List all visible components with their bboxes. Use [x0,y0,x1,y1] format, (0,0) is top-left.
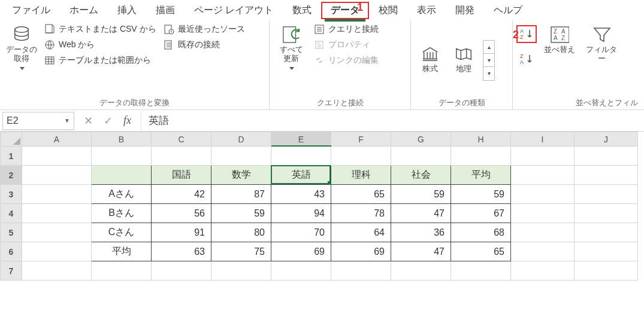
cell-B1[interactable] [92,147,152,166]
cell-C3[interactable]: 42 [152,185,211,204]
tab-review[interactable]: 校閲 [369,2,407,19]
cell-E3[interactable]: 43 [271,185,331,204]
tab-home[interactable]: ホーム [60,2,108,19]
row-header-7[interactable]: 7 [1,261,22,281]
tab-view[interactable]: 表示 [407,2,446,19]
tab-data[interactable]: データ [321,2,369,19]
tab-help[interactable]: ヘルプ [484,2,532,19]
existing-connections-button[interactable]: 既存の接続 [164,39,245,50]
cell-D7[interactable] [211,261,271,281]
cell-G3[interactable]: 59 [391,185,451,204]
col-header-G[interactable]: G [391,132,451,147]
cell-I6[interactable] [511,242,575,261]
cell-I2[interactable] [511,166,575,185]
cell-J2[interactable] [575,166,638,185]
from-web-button[interactable]: Web から [44,39,156,50]
cell-B3[interactable]: Aさん [92,185,152,204]
cell-C4[interactable]: 56 [152,204,211,223]
cell-F2[interactable]: 理科 [331,166,391,185]
cell-G4[interactable]: 47 [391,204,451,223]
cell-D1[interactable] [211,147,271,166]
cell-E6[interactable]: 69 [271,242,331,261]
cell-F4[interactable]: 78 [331,204,391,223]
cell-A1[interactable] [22,147,92,166]
cell-B5[interactable]: Cさん [92,223,152,242]
fx-icon[interactable]: fx [123,114,131,127]
cell-A7[interactable] [22,261,92,281]
cell-E2[interactable]: 英語 [271,166,331,185]
cell-C2[interactable]: 国語 [152,166,211,185]
cell-J1[interactable] [575,147,638,166]
scroll-up-icon[interactable]: ▴ [483,41,494,54]
spreadsheet-grid[interactable]: ABCDEFGHIJ12国語数学英語理科社会平均3Aさん428743655959… [0,132,644,281]
cell-E5[interactable]: 70 [271,223,331,242]
cell-G2[interactable]: 社会 [391,166,451,185]
cell-G6[interactable]: 47 [391,242,451,261]
tab-draw[interactable]: 描画 [146,2,185,19]
col-header-H[interactable]: H [451,132,511,147]
col-header-A[interactable]: A [22,132,92,147]
cell-D2[interactable]: 数学 [211,166,271,185]
cell-H5[interactable]: 68 [451,223,511,242]
col-header-J[interactable]: J [575,132,638,147]
sort-button[interactable]: ZAAZ 並べ替え [542,23,578,57]
cell-F7[interactable] [331,261,391,281]
row-header-2[interactable]: 2 [1,166,22,185]
tab-layout[interactable]: ページ レイアウト [185,2,283,19]
cell-C6[interactable]: 63 [152,242,211,261]
cell-H4[interactable]: 67 [451,204,511,223]
cell-I1[interactable] [511,147,575,166]
cell-B4[interactable]: Bさん [92,204,152,223]
name-box[interactable]: E2 ▼ [2,112,74,130]
col-header-D[interactable]: D [211,132,271,147]
cell-E7[interactable] [271,261,331,281]
cell-A4[interactable] [22,204,92,223]
select-all-corner[interactable] [1,132,22,147]
cell-A5[interactable] [22,223,92,242]
cell-B7[interactable] [92,261,152,281]
cell-C5[interactable]: 91 [152,223,211,242]
cell-I5[interactable] [511,223,575,242]
cell-J5[interactable] [575,223,638,242]
tab-insert[interactable]: 挿入 [108,2,146,19]
col-header-I[interactable]: I [511,132,575,147]
from-table-range-button[interactable]: テーブルまたは範囲から [44,55,156,66]
cell-C1[interactable] [152,147,211,166]
cell-G5[interactable]: 36 [391,223,451,242]
queries-connections-button[interactable]: クエリと接続 [314,24,379,35]
namebox-dropdown-icon[interactable]: ▼ [64,117,70,124]
cell-I7[interactable] [511,261,575,281]
cell-G7[interactable] [391,261,451,281]
sort-asc-button[interactable]: AZ [516,25,537,43]
cell-F6[interactable]: 69 [331,242,391,261]
cell-A6[interactable] [22,242,92,261]
tab-formula[interactable]: 数式 [283,2,321,19]
row-header-5[interactable]: 5 [1,223,22,242]
data-types-scroll[interactable]: ▴ ▾ ▾ [483,40,495,81]
stock-type-button[interactable]: 株式 [415,42,446,76]
cell-J7[interactable] [575,261,638,281]
cell-F5[interactable]: 64 [331,223,391,242]
from-text-csv-button[interactable]: テキストまたは CSV から [44,24,156,35]
row-header-6[interactable]: 6 [1,242,22,261]
cell-D6[interactable]: 75 [211,242,271,261]
cell-F3[interactable]: 65 [331,185,391,204]
recent-sources-button[interactable]: 最近使ったソース [164,24,245,35]
cell-D5[interactable]: 80 [211,223,271,242]
tab-developer[interactable]: 開発 [446,2,484,19]
cell-D3[interactable]: 87 [211,185,271,204]
sort-desc-button[interactable]: ZA [518,51,536,67]
scroll-more-icon[interactable]: ▾ [483,67,494,80]
row-header-4[interactable]: 4 [1,204,22,223]
cell-B6[interactable]: 平均 [92,242,152,261]
scroll-down-icon[interactable]: ▾ [483,54,494,67]
row-header-1[interactable]: 1 [1,147,22,166]
cell-J6[interactable] [575,242,638,261]
cell-D4[interactable]: 59 [211,204,271,223]
cell-H1[interactable] [451,147,511,166]
cell-H7[interactable] [451,261,511,281]
cell-A2[interactable] [22,166,92,185]
cell-F1[interactable] [331,147,391,166]
cell-J3[interactable] [575,185,638,204]
cell-E1[interactable] [271,147,331,166]
